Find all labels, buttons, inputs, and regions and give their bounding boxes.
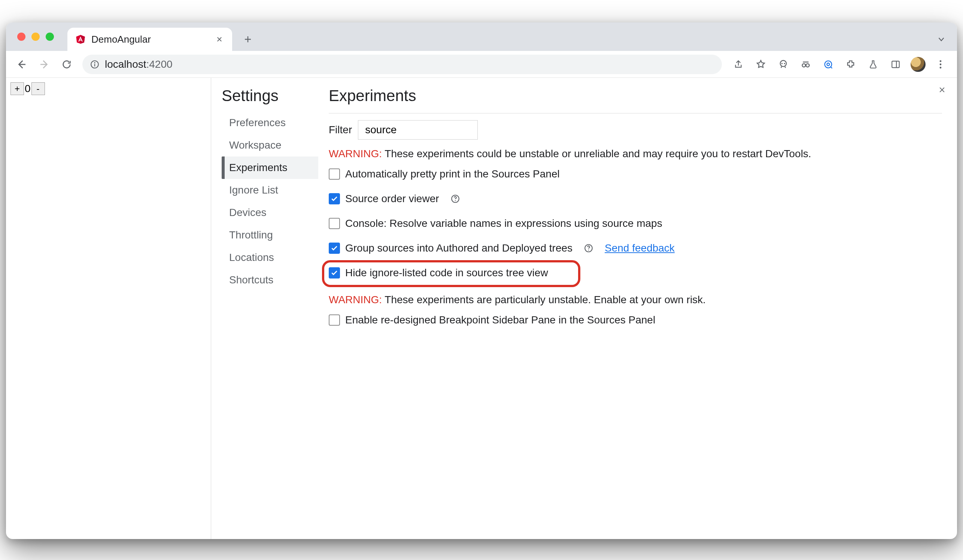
svg-point-5 xyxy=(784,63,786,64)
help-icon[interactable] xyxy=(583,243,594,254)
tab-search-button[interactable] xyxy=(932,30,950,48)
decrement-button[interactable]: - xyxy=(31,83,45,95)
settings-nav-item-experiments[interactable]: Experiments xyxy=(222,157,318,179)
svg-point-4 xyxy=(781,63,783,64)
experiment-checkbox[interactable] xyxy=(329,168,340,180)
window-maximize-button[interactable] xyxy=(46,32,54,41)
filter-label: Filter xyxy=(329,124,352,136)
tab-title: DemoAngular xyxy=(91,34,209,45)
svg-point-6 xyxy=(802,64,806,67)
warning-text: These experiments are particularly unsta… xyxy=(382,294,706,306)
url-host: localhost xyxy=(105,58,146,70)
content-area: + 0 - Settings PreferencesWorkspaceExper… xyxy=(6,78,957,539)
experiment-label: Enable re-designed Breakpoint Sidebar Pa… xyxy=(345,314,655,326)
experiment-checkbox[interactable] xyxy=(329,267,340,278)
experiments-list-main: Automatically pretty print in the Source… xyxy=(329,168,942,279)
back-button[interactable] xyxy=(12,55,31,74)
settings-nav-item-throttling[interactable]: Throttling xyxy=(222,224,318,246)
experiment-feedback-link[interactable]: Send feedback xyxy=(605,242,675,254)
angular-icon xyxy=(75,34,86,45)
bookmark-star-icon[interactable] xyxy=(753,57,768,72)
warning-label: WARNING: xyxy=(329,294,382,306)
address-bar[interactable]: localhost:4200 xyxy=(83,55,722,74)
settings-sidebar: Settings PreferencesWorkspaceExperiments… xyxy=(211,78,318,539)
experiments-warning-2: WARNING: These experiments are particula… xyxy=(329,294,942,306)
experiment-label: Group sources into Authored and Deployed… xyxy=(345,242,572,254)
settings-nav-item-preferences[interactable]: Preferences xyxy=(222,112,318,134)
devtools-settings-panel: Settings PreferencesWorkspaceExperiments… xyxy=(211,78,957,539)
experiment-label: Source order viewer xyxy=(345,193,439,205)
svg-point-18 xyxy=(588,250,589,251)
settings-close-button[interactable] xyxy=(935,83,949,97)
svg-point-13 xyxy=(940,63,942,65)
settings-nav-item-shortcuts[interactable]: Shortcuts xyxy=(222,269,318,291)
settings-nav-item-locations[interactable]: Locations xyxy=(222,246,318,269)
experiment-checkbox[interactable] xyxy=(329,314,340,326)
experiment-row: Group sources into Authored and Deployed… xyxy=(329,242,942,254)
experiment-checkbox[interactable] xyxy=(329,243,340,254)
increment-button[interactable]: + xyxy=(10,83,24,95)
site-info-icon[interactable] xyxy=(89,59,101,70)
svg-point-9 xyxy=(827,63,830,65)
svg-rect-2 xyxy=(94,64,95,66)
divider xyxy=(329,113,942,113)
experiment-label: Console: Resolve variable names in expre… xyxy=(345,217,662,230)
svg-point-1 xyxy=(94,62,95,63)
new-tab-button[interactable] xyxy=(239,30,257,48)
help-icon[interactable] xyxy=(450,193,461,204)
experiment-label: Automatically pretty print in the Source… xyxy=(345,168,560,180)
browser-toolbar: localhost:4200 xyxy=(6,51,957,78)
warning-text: These experiments could be unstable or u… xyxy=(382,148,811,159)
extensions-menu-icon[interactable] xyxy=(843,57,858,72)
experiment-row: Enable re-designed Breakpoint Sidebar Pa… xyxy=(329,314,942,326)
profile-avatar[interactable] xyxy=(911,57,926,72)
settings-main: Experiments Filter WARNING: These experi… xyxy=(318,78,957,539)
filter-row: Filter xyxy=(329,120,942,140)
url-text: localhost:4200 xyxy=(105,58,173,70)
settings-title: Settings xyxy=(222,87,318,105)
window-minimize-button[interactable] xyxy=(31,32,40,41)
settings-nav: PreferencesWorkspaceExperimentsIgnore Li… xyxy=(222,112,318,291)
experiments-list-unstable: Enable re-designed Breakpoint Sidebar Pa… xyxy=(329,314,942,326)
warning-label: WARNING: xyxy=(329,148,382,159)
extension-icon-target[interactable] xyxy=(821,57,836,72)
experiment-label: Hide ignore-listed code in sources tree … xyxy=(345,267,548,279)
url-port: :4200 xyxy=(146,58,173,70)
page-viewport: + 0 - xyxy=(6,78,211,539)
tab-close-button[interactable] xyxy=(214,34,225,45)
experiment-row: Source order viewer xyxy=(329,193,942,205)
window-close-button[interactable] xyxy=(17,32,26,41)
experiment-checkbox[interactable] xyxy=(329,193,340,204)
share-icon[interactable] xyxy=(731,57,746,72)
forward-button[interactable] xyxy=(34,55,54,74)
experiment-row: Hide ignore-listed code in sources tree … xyxy=(329,267,942,279)
toolbar-extensions xyxy=(728,57,951,72)
counter-value: 0 xyxy=(25,83,31,95)
settings-nav-item-devices[interactable]: Devices xyxy=(222,201,318,224)
svg-rect-10 xyxy=(892,61,899,67)
svg-point-3 xyxy=(780,60,786,66)
tab-strip: DemoAngular xyxy=(6,23,957,51)
svg-point-7 xyxy=(806,64,809,67)
browser-menu-button[interactable] xyxy=(933,57,948,72)
page-counter-widget: + 0 - xyxy=(10,83,206,95)
experiment-checkbox[interactable] xyxy=(329,218,340,229)
svg-point-12 xyxy=(940,60,942,62)
window-controls xyxy=(17,23,54,51)
experiments-warning-1: WARNING: These experiments could be unst… xyxy=(329,148,942,160)
svg-point-14 xyxy=(940,66,942,68)
experiments-heading: Experiments xyxy=(329,87,942,105)
settings-nav-item-workspace[interactable]: Workspace xyxy=(222,134,318,157)
browser-window: DemoAngular xyxy=(6,23,957,539)
experiment-row: Automatically pretty print in the Source… xyxy=(329,168,942,180)
svg-point-16 xyxy=(454,200,455,201)
browser-tab[interactable]: DemoAngular xyxy=(67,28,232,51)
labs-flask-icon[interactable] xyxy=(866,57,880,72)
filter-input[interactable] xyxy=(358,120,478,140)
reload-button[interactable] xyxy=(57,55,76,74)
experiment-row: Console: Resolve variable names in expre… xyxy=(329,217,942,230)
side-panel-icon[interactable] xyxy=(888,57,903,72)
extension-icon-alien[interactable] xyxy=(776,57,791,72)
extension-icon-incognito[interactable] xyxy=(798,57,813,72)
settings-nav-item-ignore-list[interactable]: Ignore List xyxy=(222,179,318,201)
